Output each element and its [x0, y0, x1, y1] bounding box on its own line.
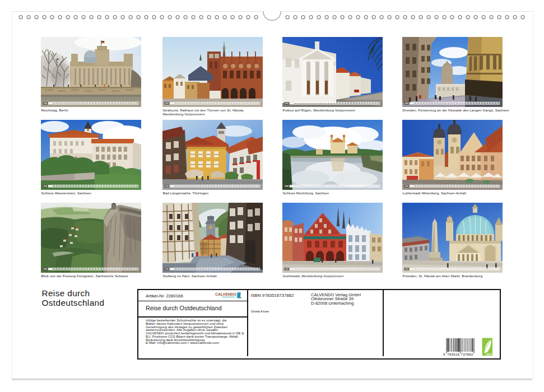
- svg-text:eco: eco: [486, 352, 492, 355]
- svg-text:CALVENDO: CALVENDO: [215, 292, 237, 296]
- svg-text:737882: 737882: [461, 352, 473, 356]
- svg-text:9: 9: [443, 352, 445, 356]
- svg-text:783516: 783516: [447, 352, 459, 356]
